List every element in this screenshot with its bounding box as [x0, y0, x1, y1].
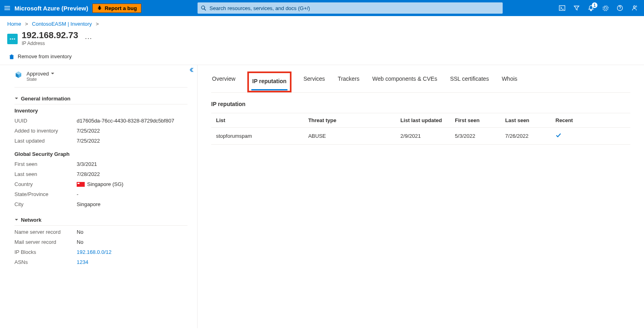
chevron-down-icon — [51, 72, 55, 76]
country-value: Singapore (SG) — [87, 181, 123, 187]
table-header-row: List Threat type List last updated First… — [211, 113, 630, 127]
col-updated: List last updated — [395, 113, 450, 127]
report-bug-button[interactable]: Report a bug — [92, 4, 141, 13]
city-value: Singapore — [77, 201, 187, 207]
crumb-home[interactable]: Home — [7, 21, 21, 27]
reputation-table: List Threat type List last updated First… — [211, 113, 630, 145]
content-pane: Overview IP reputation Services Trackers… — [198, 65, 644, 328]
command-bar: Remove from inventory — [0, 48, 644, 65]
col-threat: Threat type — [304, 113, 396, 127]
flag-icon — [77, 182, 85, 187]
section-general-info[interactable]: General information — [14, 93, 187, 104]
bug-icon — [97, 5, 102, 11]
settings-icon[interactable] — [602, 5, 609, 11]
feedback-icon[interactable] — [631, 5, 638, 11]
crumb-inventory[interactable]: ContosoEASM | Inventory — [32, 21, 92, 27]
svg-point-2 — [634, 6, 636, 8]
svg-rect-0 — [559, 6, 565, 10]
uuid-value: d17605da-76cc-4430-8328-8729dc5bf807 — [77, 118, 187, 124]
svg-point-4 — [12, 38, 13, 39]
col-first: First seen — [450, 113, 500, 127]
breadcrumb: Home > ContosoEASM | Inventory > — [0, 16, 644, 29]
state-cube-icon — [14, 71, 22, 79]
block-label: IP Blocks — [14, 249, 77, 255]
page-title: 192.168.92.73 — [22, 30, 78, 41]
last-seen-value: 7/28/2022 — [77, 171, 187, 177]
uuid-label: UUID — [14, 118, 77, 124]
ns-value: No — [77, 229, 187, 235]
tab-services[interactable]: Services — [303, 72, 326, 93]
state-value: Approved — [26, 71, 49, 77]
tab-whois[interactable]: Whois — [501, 72, 518, 93]
check-icon — [556, 133, 561, 139]
svg-point-5 — [14, 38, 15, 39]
city-label: City — [14, 201, 77, 207]
tab-overview[interactable]: Overview — [211, 72, 236, 93]
tab-ssl[interactable]: SSL certificates — [449, 72, 490, 93]
remove-label: Remove from inventory — [18, 53, 71, 59]
updated-label: Last updated — [14, 138, 77, 144]
top-bar: Microsoft Azure (Preview) Report a bug 1 — [0, 0, 644, 16]
more-actions-button[interactable]: ⋯ — [85, 34, 92, 43]
col-last: Last seen — [500, 113, 550, 127]
mail-label: Mail server record — [14, 239, 77, 245]
updated-value: 7/25/2022 — [77, 138, 187, 144]
search-icon — [201, 5, 206, 11]
cloud-shell-icon[interactable] — [559, 5, 565, 11]
trash-icon — [9, 54, 14, 59]
state-label: State — [26, 77, 55, 82]
collapse-pane-button[interactable] — [190, 67, 195, 74]
panel-title: IP reputation — [211, 101, 630, 107]
last-seen-label: Last seen — [14, 171, 77, 177]
global-search[interactable] — [198, 2, 503, 14]
added-value: 7/25/2022 — [77, 128, 187, 134]
resource-icon — [7, 34, 18, 44]
stateprov-label: State/Province — [14, 191, 77, 197]
svg-point-3 — [10, 38, 11, 39]
tab-ip-reputation[interactable]: IP reputation — [251, 74, 287, 90]
tab-web-components[interactable]: Web components & CVEs — [371, 72, 438, 93]
report-bug-label: Report a bug — [105, 5, 137, 11]
section-network[interactable]: Network — [14, 215, 187, 226]
notifications-icon[interactable]: 1 — [588, 5, 594, 11]
page-subtitle: IP Address — [22, 41, 78, 46]
chevron-down-icon — [14, 96, 18, 100]
inventory-subheader: Inventory — [14, 108, 187, 114]
filter-icon[interactable] — [573, 5, 580, 11]
crumb-separator: > — [25, 21, 28, 27]
table-row: stopforumspam ABUSE 2/9/2021 5/3/2022 7/… — [211, 127, 630, 144]
search-input[interactable] — [198, 2, 503, 14]
state-selector[interactable]: Approved State — [14, 69, 187, 88]
col-list: List — [211, 113, 304, 127]
cell-last: 7/26/2022 — [500, 127, 550, 144]
remove-from-inventory-button[interactable]: Remove from inventory — [9, 53, 71, 59]
first-seen-value: 3/3/2021 — [77, 161, 187, 167]
brand-label: Microsoft Azure (Preview) — [14, 5, 88, 12]
mail-value: No — [77, 239, 187, 245]
first-seen-label: First seen — [14, 161, 77, 167]
details-pane: Approved State General information Inven… — [0, 65, 198, 328]
notification-badge: 1 — [592, 2, 597, 8]
cell-list: stopforumspam — [211, 127, 304, 144]
highlight-annotation: IP reputation — [247, 72, 291, 92]
graph-subheader: Global Security Graph — [14, 151, 187, 157]
cell-first: 5/3/2022 — [450, 127, 500, 144]
added-label: Added to inventory — [14, 128, 77, 134]
crumb-separator: > — [96, 21, 99, 27]
hamburger-menu-icon[interactable] — [4, 5, 10, 11]
ip-block-link[interactable]: 192.168.0.0/12 — [77, 249, 112, 255]
asn-link[interactable]: 1234 — [77, 259, 88, 265]
col-recent: Recent — [551, 113, 630, 127]
ns-label: Name server record — [14, 229, 77, 235]
page-title-row: 192.168.92.73 IP Address ⋯ — [0, 29, 644, 48]
tab-trackers[interactable]: Trackers — [337, 72, 360, 93]
cell-updated: 2/9/2021 — [395, 127, 450, 144]
cell-recent — [551, 127, 630, 144]
stateprov-value: - — [77, 191, 187, 197]
asn-label: ASNs — [14, 259, 77, 265]
chevron-down-icon — [14, 218, 18, 222]
country-label: Country — [14, 181, 77, 187]
tab-bar: Overview IP reputation Services Trackers… — [211, 72, 630, 93]
help-icon[interactable] — [617, 5, 623, 11]
cell-threat: ABUSE — [304, 127, 396, 144]
